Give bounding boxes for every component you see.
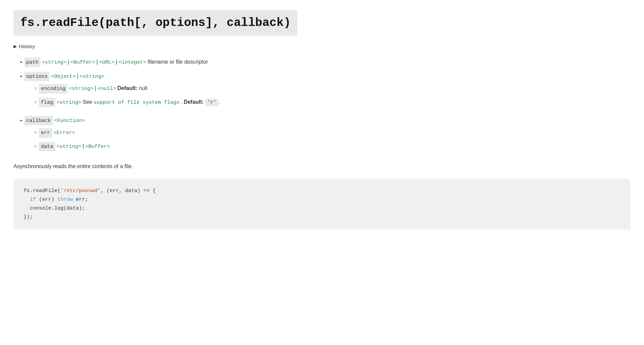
list-item: encoding <string> | <null> Default: null (34, 84, 220, 93)
code-line-1: fs.readFile('/etc/passwd', (err, data) =… (24, 187, 620, 195)
param-type: <URL> (99, 58, 115, 66)
param-type: <Buffer> (70, 58, 95, 66)
param-name-encoding: encoding (39, 84, 67, 93)
param-type: <string> (42, 58, 66, 66)
code-segment: (err) (36, 196, 57, 202)
param-name-callback: callback (24, 116, 53, 125)
param-type: <string> (80, 72, 105, 81)
list-item: path <string> | <Buffer> | <URL> | <inte… (20, 58, 631, 67)
param-path-line: path <string> | <Buffer> | <URL> | <inte… (24, 58, 208, 67)
param-type: <Object> (51, 72, 76, 81)
param-type: <integer> (119, 58, 146, 66)
default-label: Default: null (117, 84, 147, 93)
code-segment: err; (73, 196, 88, 202)
sub-list-callback: err <Error> data <string> | <Buffer> (34, 128, 110, 151)
code-string: '/etc/passwd' (60, 188, 100, 194)
param-name-options: options (24, 72, 50, 81)
description-text: Asynchronously reads the entire contents… (13, 162, 631, 171)
param-encoding-line: encoding <string> | <null> Default: null (39, 84, 147, 93)
flag-see-text: See (83, 98, 92, 106)
code-line-2: if (err) throw err; (24, 195, 620, 204)
param-flag-line: flag <string> See support of file system… (39, 98, 220, 107)
param-options-line: options <Object> | <string> (24, 72, 220, 81)
code-line-3: console.log(data); (24, 204, 620, 213)
list-item: callback <Function> err <Error> data <st… (20, 116, 631, 155)
history-label: History (19, 42, 35, 51)
param-type: <string> (69, 85, 93, 93)
separator: | (96, 58, 98, 66)
separator: | (83, 142, 84, 151)
list-item: data <string> | <Buffer> (34, 142, 110, 151)
param-type: <Function> (54, 117, 85, 125)
param-type: <string> (57, 143, 81, 151)
separator: | (77, 72, 78, 81)
flag-default-label: Default: 'r'. (184, 98, 220, 106)
code-keyword: throw (57, 196, 73, 202)
param-data-line: data <string> | <Buffer> (39, 142, 110, 151)
param-type: <string> (57, 98, 81, 106)
code-keyword: if (30, 196, 36, 202)
page-title: fs.readFile(path[, options], callback) (13, 10, 297, 36)
history-toggle[interactable]: ▶ History (13, 42, 631, 51)
history-arrow-icon: ▶ (13, 43, 17, 50)
param-type: <null> (97, 85, 116, 93)
code-segment: fs.readFile( (24, 188, 60, 194)
separator: | (116, 58, 117, 66)
sub-list-options: encoding <string> | <null> Default: null… (34, 84, 220, 107)
param-err-line: err <Error> (39, 128, 75, 137)
param-name-flag: flag (39, 98, 55, 107)
code-line-4: }); (24, 213, 620, 222)
code-segment: console.log(data); (24, 205, 85, 211)
param-name-data: data (39, 142, 55, 151)
param-type: <Error> (54, 129, 75, 137)
file-system-flags-link[interactable]: support of file system flags (93, 98, 179, 106)
param-name-path: path (24, 58, 40, 67)
code-segment (24, 196, 30, 202)
separator: | (68, 58, 69, 66)
code-segment: }); (24, 214, 33, 220)
param-callback-line: callback <Function> (24, 116, 110, 125)
flag-default-value: 'r' (205, 99, 218, 106)
list-item: flag <string> See support of file system… (34, 98, 220, 107)
param-type: <Buffer> (85, 143, 110, 151)
param-name-err: err (39, 128, 52, 137)
flag-dot: . (181, 98, 182, 106)
param-description: filename or file descriptor (148, 58, 208, 66)
list-item: err <Error> (34, 128, 110, 137)
code-block: fs.readFile('/etc/passwd', (err, data) =… (13, 179, 631, 229)
separator: | (95, 84, 96, 93)
list-item: options <Object> | <string> encoding <st… (20, 72, 631, 111)
params-list: path <string> | <Buffer> | <URL> | <inte… (20, 58, 631, 155)
code-segment: , (err, data) => { (100, 188, 156, 194)
